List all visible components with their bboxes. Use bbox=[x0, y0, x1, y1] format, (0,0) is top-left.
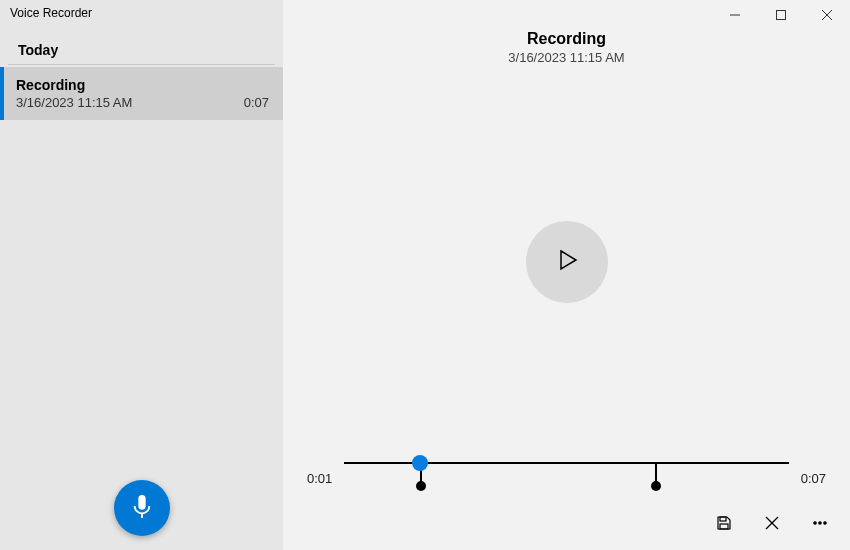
bottom-action-bar bbox=[283, 508, 850, 550]
recording-item-duration: 0:07 bbox=[244, 95, 269, 110]
close-icon bbox=[822, 6, 832, 24]
recording-item-meta: 3/16/2023 11:15 AM 0:07 bbox=[16, 95, 269, 110]
main-panel: Recording 3/16/2023 11:15 AM 0:01 0:07 bbox=[283, 0, 850, 550]
total-time: 0:07 bbox=[801, 471, 826, 486]
recording-header: Recording 3/16/2023 11:15 AM bbox=[283, 30, 850, 65]
app-window: Voice Recorder Today Recording 3/16/2023… bbox=[0, 0, 850, 550]
recording-item-datetime: 3/16/2023 11:15 AM bbox=[16, 95, 132, 110]
svg-point-11 bbox=[824, 522, 826, 524]
maximize-button[interactable] bbox=[758, 0, 804, 30]
svg-marker-4 bbox=[561, 251, 576, 269]
more-button[interactable] bbox=[800, 508, 840, 542]
svg-rect-6 bbox=[720, 524, 728, 529]
current-time: 0:01 bbox=[307, 471, 332, 486]
microphone-icon bbox=[131, 494, 153, 523]
window-controls bbox=[712, 0, 850, 30]
x-icon bbox=[764, 515, 780, 535]
save-icon bbox=[716, 515, 732, 535]
save-button[interactable] bbox=[704, 508, 744, 542]
sidebar: Voice Recorder Today Recording 3/16/2023… bbox=[0, 0, 283, 550]
svg-point-10 bbox=[819, 522, 821, 524]
marker-2[interactable] bbox=[655, 463, 657, 485]
svg-rect-1 bbox=[777, 11, 786, 20]
svg-rect-5 bbox=[720, 517, 726, 521]
minimize-button[interactable] bbox=[712, 0, 758, 30]
timeline: 0:01 0:07 bbox=[307, 458, 826, 498]
recording-title: Recording bbox=[283, 30, 850, 48]
section-header-today: Today bbox=[8, 24, 275, 65]
recording-datetime: 3/16/2023 11:15 AM bbox=[283, 50, 850, 65]
app-title: Voice Recorder bbox=[0, 0, 283, 24]
svg-point-9 bbox=[814, 522, 816, 524]
minimize-icon bbox=[730, 6, 740, 24]
recording-item-title: Recording bbox=[16, 77, 269, 93]
seek-track[interactable] bbox=[344, 458, 788, 498]
timeline-area: 0:01 0:07 bbox=[283, 458, 850, 508]
play-area bbox=[283, 65, 850, 458]
record-button[interactable] bbox=[114, 480, 170, 536]
play-icon bbox=[555, 248, 579, 275]
recording-list-item[interactable]: Recording 3/16/2023 11:15 AM 0:07 bbox=[0, 67, 283, 120]
delete-button[interactable] bbox=[752, 508, 792, 542]
maximize-icon bbox=[776, 6, 786, 24]
play-button[interactable] bbox=[526, 221, 608, 303]
seek-handle[interactable] bbox=[412, 455, 428, 471]
more-icon bbox=[812, 515, 828, 535]
close-window-button[interactable] bbox=[804, 0, 850, 30]
